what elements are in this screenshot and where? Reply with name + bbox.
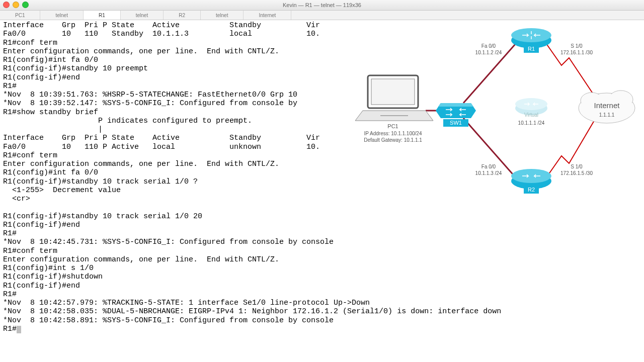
svg-marker-8	[438, 103, 473, 107]
r2-left-if: Fa 0/0	[481, 164, 496, 169]
pc1-icon	[355, 75, 433, 121]
virtual-ip: 10.1.1.1 /24	[518, 120, 545, 126]
internet-label: Internet	[594, 101, 620, 110]
titlebar: Kevin — R1 — telnet — 119x36	[0, 0, 644, 11]
r1-right-if: S 1/0	[571, 43, 583, 49]
window-title: Kevin — R1 — telnet — 119x36	[283, 2, 361, 8]
svg-point-11	[511, 28, 551, 42]
tab-telnet-2[interactable]: telnet	[121, 11, 164, 20]
pc1-label: PC1	[387, 123, 398, 129]
tab-r2[interactable]: R2	[164, 11, 201, 20]
svg-rect-4	[371, 79, 415, 105]
r1-left-ip: 10.1.1.2 /24	[475, 50, 502, 55]
internet-ip: 1.1.1.1	[599, 112, 615, 118]
pc1-gw: Default Gateway: 10.1.1.1	[364, 137, 422, 143]
tab-telnet-3[interactable]: telnet	[201, 11, 244, 20]
virtual-label: Virtual	[524, 112, 538, 118]
network-diagram: PC1 IP Address: 10.1.1.100/24 Default Ga…	[345, 20, 642, 206]
tab-pc1[interactable]: PC1	[0, 11, 40, 20]
r2-right-if: S 1/0	[571, 164, 583, 169]
tab-internet[interactable]: Internet	[244, 11, 291, 20]
r2-right-ip: 172.16.1.5 /30	[560, 170, 593, 176]
r1-label: R1	[528, 46, 535, 52]
switch-icon	[436, 103, 476, 118]
svg-point-17	[515, 98, 547, 110]
tab-telnet-1[interactable]: telnet	[40, 11, 83, 20]
close-icon[interactable]	[3, 2, 10, 8]
cursor	[17, 326, 21, 333]
zoom-icon[interactable]	[22, 2, 29, 8]
r2-left-ip: 10.1.1.3 /24	[475, 170, 502, 176]
r1-right-ip: 172.16.1.1 /30	[560, 50, 593, 55]
tab-bar: PC1 telnet R1 telnet R2 telnet Internet	[0, 11, 644, 20]
sw1-label: SW1	[450, 120, 462, 126]
tab-r1[interactable]: R1	[84, 11, 121, 20]
minimize-icon[interactable]	[13, 2, 19, 8]
window-controls	[3, 2, 29, 8]
r2-label: R2	[528, 187, 535, 193]
svg-point-14	[511, 169, 551, 183]
pc1-ip: IP Address: 10.1.1.100/24	[364, 131, 422, 136]
r1-left-if: Fa 0/0	[481, 43, 496, 49]
